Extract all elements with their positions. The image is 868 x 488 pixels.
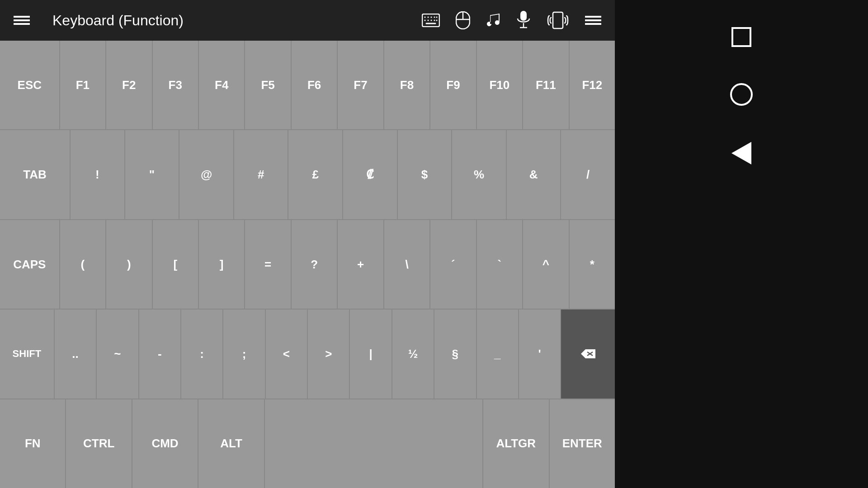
key-ctrl[interactable]: CTRL [66,399,131,488]
key-half[interactable]: ½ [392,310,434,398]
key-pound[interactable]: £ [288,130,342,219]
key-rbracket[interactable]: ] [199,220,244,309]
key-less[interactable]: < [266,310,307,398]
key-caps[interactable]: CAPS [0,220,59,309]
key-rparen[interactable]: ) [106,220,151,309]
key-f12[interactable]: F12 [570,41,615,129]
circle-button[interactable] [730,83,753,106]
key-f4[interactable]: F4 [199,41,244,129]
right-sidebar [615,0,868,488]
key-f7[interactable]: F7 [338,41,383,129]
key-semicolon[interactable]: ; [223,310,264,398]
key-hash[interactable]: # [234,130,288,219]
key-at[interactable]: @ [179,130,233,219]
key-minus[interactable]: - [139,310,180,398]
key-altgr[interactable]: ALTGR [483,399,548,488]
key-grave[interactable]: ` [477,220,522,309]
key-dollar[interactable]: $ [398,130,452,219]
key-backslash[interactable]: \ [384,220,429,309]
key-section[interactable]: § [434,310,476,398]
key-backspace[interactable] [561,310,615,398]
key-currency[interactable]: ₡ [343,130,397,219]
back-button[interactable] [731,142,751,164]
key-tab[interactable]: TAB [0,130,70,219]
key-row-1: ESC F1 F2 F3 F4 F5 F6 F7 F8 F9 F10 F11 F… [0,41,615,129]
key-row-3: CAPS ( ) [ ] = ? + \ ´ ` ^ * [0,220,615,309]
key-enter[interactable]: ENTER [550,399,615,488]
key-fn[interactable]: FN [0,399,65,488]
key-caret[interactable]: ^ [523,220,568,309]
key-f6[interactable]: F6 [292,41,337,129]
key-lbracket[interactable]: [ [153,220,198,309]
key-f10[interactable]: F10 [477,41,522,129]
svg-rect-18 [553,12,563,28]
key-acute[interactable]: ´ [430,220,476,309]
key-equals[interactable]: = [245,220,290,309]
key-apos[interactable]: ' [519,310,560,398]
key-cmd[interactable]: CMD [132,399,198,488]
svg-rect-15 [520,11,527,21]
menu-right-icon[interactable] [585,14,601,27]
key-row-2: TAB ! " @ # £ ₡ $ % & / [0,130,615,219]
keyboard-icon[interactable] [422,14,440,27]
key-pipe[interactable]: | [350,310,391,398]
menu-left-icon[interactable] [14,14,30,27]
key-esc[interactable]: ESC [0,41,59,129]
key-percent[interactable]: % [452,130,506,219]
key-f5[interactable]: F5 [245,41,290,129]
key-f11[interactable]: F11 [523,41,568,129]
key-row-4: SHIFT .. ~ - : ; < > | ½ § _ ' [0,310,615,398]
key-colon[interactable]: : [181,310,222,398]
key-alt[interactable]: ALT [198,399,264,488]
key-underscore[interactable]: _ [477,310,518,398]
header: Keyboard (Function) [0,0,615,41]
key-f2[interactable]: F2 [106,41,151,129]
key-slash[interactable]: / [561,130,615,219]
key-plus[interactable]: + [338,220,383,309]
key-greater[interactable]: > [308,310,349,398]
svg-marker-19 [581,349,595,358]
key-tilde[interactable]: ~ [97,310,138,398]
main-area: Keyboard (Function) [0,0,615,488]
key-lparen[interactable]: ( [60,220,105,309]
key-quote[interactable]: " [125,130,179,219]
mouse-icon[interactable] [456,11,470,29]
key-f9[interactable]: F9 [430,41,476,129]
key-ampersand[interactable]: & [507,130,561,219]
key-dotdot[interactable]: .. [55,310,96,398]
key-f1[interactable]: F1 [60,41,105,129]
key-f8[interactable]: F8 [384,41,429,129]
key-asterisk[interactable]: * [570,220,615,309]
keyboard-area: ESC F1 F2 F3 F4 F5 F6 F7 F8 F9 F10 F11 F… [0,41,615,488]
key-row-5: FN CTRL CMD ALT ALTGR ENTER [0,399,615,488]
key-question[interactable]: ? [292,220,337,309]
vibrate-icon[interactable] [547,11,569,29]
page-title: Keyboard (Function) [52,12,408,29]
music-icon[interactable] [486,11,500,29]
mic-icon[interactable] [516,10,531,30]
square-button[interactable] [731,27,751,47]
key-f3[interactable]: F3 [153,41,198,129]
key-space[interactable] [265,399,482,488]
header-icons [422,10,601,30]
key-exclaim[interactable]: ! [71,130,124,219]
key-shift[interactable]: SHIFT [0,310,54,398]
